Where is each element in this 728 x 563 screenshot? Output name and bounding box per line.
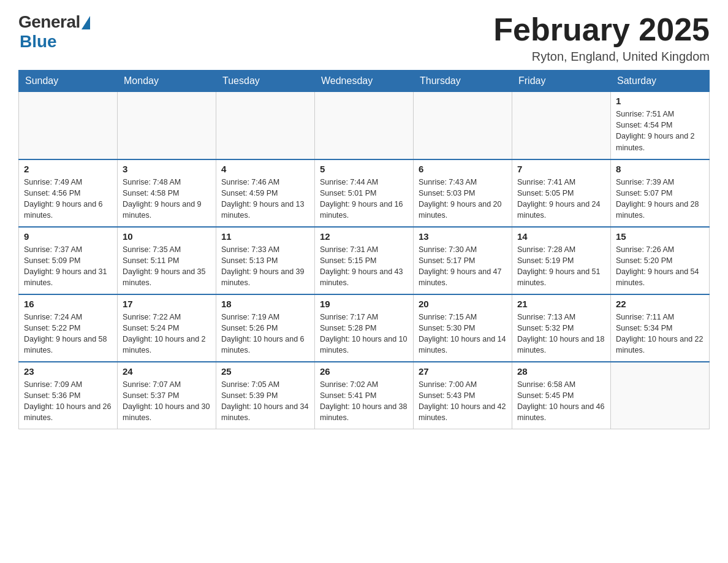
table-row: 21Sunrise: 7:13 AM Sunset: 5:32 PM Dayli…	[512, 294, 611, 362]
table-row	[611, 362, 710, 429]
day-info: Sunrise: 7:35 AM Sunset: 5:11 PM Dayligh…	[123, 244, 211, 289]
table-row: 2Sunrise: 7:49 AM Sunset: 4:56 PM Daylig…	[19, 159, 118, 227]
day-number: 12	[320, 231, 408, 242]
calendar-week-row: 9Sunrise: 7:37 AM Sunset: 5:09 PM Daylig…	[19, 227, 710, 294]
day-number: 8	[616, 164, 704, 174]
day-number: 5	[320, 164, 408, 174]
col-friday: Friday	[512, 71, 611, 92]
day-number: 1	[616, 96, 704, 106]
table-row: 1Sunrise: 7:51 AM Sunset: 4:54 PM Daylig…	[611, 92, 710, 159]
day-info: Sunrise: 7:33 AM Sunset: 5:13 PM Dayligh…	[221, 244, 309, 289]
day-number: 21	[517, 299, 605, 309]
location-text: Ryton, England, United Kingdom	[493, 50, 710, 64]
day-info: Sunrise: 7:05 AM Sunset: 5:39 PM Dayligh…	[221, 379, 309, 424]
day-info: Sunrise: 7:30 AM Sunset: 5:17 PM Dayligh…	[419, 244, 507, 289]
day-info: Sunrise: 7:24 AM Sunset: 5:22 PM Dayligh…	[24, 312, 112, 356]
day-number: 14	[517, 231, 605, 242]
day-info: Sunrise: 7:11 AM Sunset: 5:34 PM Dayligh…	[616, 312, 704, 356]
col-sunday: Sunday	[19, 71, 118, 92]
table-row	[19, 92, 118, 159]
day-info: Sunrise: 7:46 AM Sunset: 4:59 PM Dayligh…	[221, 177, 309, 221]
table-row: 28Sunrise: 6:58 AM Sunset: 5:45 PM Dayli…	[512, 362, 611, 429]
day-number: 6	[419, 164, 507, 174]
day-info: Sunrise: 7:28 AM Sunset: 5:19 PM Dayligh…	[517, 244, 605, 289]
day-info: Sunrise: 7:02 AM Sunset: 5:41 PM Dayligh…	[320, 379, 408, 424]
table-row: 8Sunrise: 7:39 AM Sunset: 5:07 PM Daylig…	[611, 159, 710, 227]
title-section: February 2025 Ryton, England, United Kin…	[493, 12, 710, 64]
table-row: 12Sunrise: 7:31 AM Sunset: 5:15 PM Dayli…	[315, 227, 414, 294]
table-row: 24Sunrise: 7:07 AM Sunset: 5:37 PM Dayli…	[118, 362, 216, 429]
table-row: 25Sunrise: 7:05 AM Sunset: 5:39 PM Dayli…	[216, 362, 315, 429]
table-row: 14Sunrise: 7:28 AM Sunset: 5:19 PM Dayli…	[512, 227, 611, 294]
col-tuesday: Tuesday	[216, 71, 315, 92]
day-info: Sunrise: 7:07 AM Sunset: 5:37 PM Dayligh…	[123, 379, 211, 424]
table-row: 10Sunrise: 7:35 AM Sunset: 5:11 PM Dayli…	[118, 227, 216, 294]
month-title: February 2025	[493, 12, 710, 47]
day-info: Sunrise: 7:00 AM Sunset: 5:43 PM Dayligh…	[419, 379, 507, 424]
day-info: Sunrise: 7:22 AM Sunset: 5:24 PM Dayligh…	[123, 312, 211, 356]
day-number: 15	[616, 231, 704, 242]
day-number: 19	[320, 299, 408, 309]
page-header: General Blue February 2025 Ryton, Englan…	[18, 12, 710, 64]
day-number: 11	[221, 231, 309, 242]
day-info: Sunrise: 7:48 AM Sunset: 4:58 PM Dayligh…	[123, 177, 211, 221]
logo: General Blue	[18, 12, 90, 52]
day-number: 9	[24, 231, 112, 242]
table-row: 20Sunrise: 7:15 AM Sunset: 5:30 PM Dayli…	[414, 294, 512, 362]
day-number: 10	[123, 231, 211, 242]
table-row	[216, 92, 315, 159]
day-info: Sunrise: 7:13 AM Sunset: 5:32 PM Dayligh…	[517, 312, 605, 356]
table-row: 17Sunrise: 7:22 AM Sunset: 5:24 PM Dayli…	[118, 294, 216, 362]
day-number: 28	[517, 366, 605, 377]
day-info: Sunrise: 7:37 AM Sunset: 5:09 PM Dayligh…	[24, 244, 112, 289]
day-number: 27	[419, 366, 507, 377]
day-info: Sunrise: 7:51 AM Sunset: 4:54 PM Dayligh…	[616, 109, 704, 153]
col-wednesday: Wednesday	[315, 71, 414, 92]
day-number: 17	[123, 299, 211, 309]
calendar-week-row: 2Sunrise: 7:49 AM Sunset: 4:56 PM Daylig…	[19, 159, 710, 227]
day-number: 13	[419, 231, 507, 242]
col-saturday: Saturday	[611, 71, 710, 92]
day-number: 4	[221, 164, 309, 174]
day-info: Sunrise: 7:39 AM Sunset: 5:07 PM Dayligh…	[616, 177, 704, 221]
day-info: Sunrise: 7:09 AM Sunset: 5:36 PM Dayligh…	[24, 379, 112, 424]
day-number: 2	[24, 164, 112, 174]
table-row: 3Sunrise: 7:48 AM Sunset: 4:58 PM Daylig…	[118, 159, 216, 227]
logo-general-text: General	[18, 12, 80, 32]
day-info: Sunrise: 7:15 AM Sunset: 5:30 PM Dayligh…	[419, 312, 507, 356]
day-number: 23	[24, 366, 112, 377]
calendar-header-row: Sunday Monday Tuesday Wednesday Thursday…	[19, 71, 710, 92]
table-row: 5Sunrise: 7:44 AM Sunset: 5:01 PM Daylig…	[315, 159, 414, 227]
table-row: 6Sunrise: 7:43 AM Sunset: 5:03 PM Daylig…	[414, 159, 512, 227]
calendar-week-row: 23Sunrise: 7:09 AM Sunset: 5:36 PM Dayli…	[19, 362, 710, 429]
table-row: 9Sunrise: 7:37 AM Sunset: 5:09 PM Daylig…	[19, 227, 118, 294]
day-info: Sunrise: 7:41 AM Sunset: 5:05 PM Dayligh…	[517, 177, 605, 221]
table-row: 23Sunrise: 7:09 AM Sunset: 5:36 PM Dayli…	[19, 362, 118, 429]
table-row: 15Sunrise: 7:26 AM Sunset: 5:20 PM Dayli…	[611, 227, 710, 294]
day-number: 20	[419, 299, 507, 309]
table-row: 11Sunrise: 7:33 AM Sunset: 5:13 PM Dayli…	[216, 227, 315, 294]
day-number: 7	[517, 164, 605, 174]
table-row: 18Sunrise: 7:19 AM Sunset: 5:26 PM Dayli…	[216, 294, 315, 362]
day-number: 18	[221, 299, 309, 309]
table-row: 7Sunrise: 7:41 AM Sunset: 5:05 PM Daylig…	[512, 159, 611, 227]
day-info: Sunrise: 7:19 AM Sunset: 5:26 PM Dayligh…	[221, 312, 309, 356]
day-number: 25	[221, 366, 309, 377]
day-number: 24	[123, 366, 211, 377]
calendar-table: Sunday Monday Tuesday Wednesday Thursday…	[18, 70, 710, 429]
table-row: 27Sunrise: 7:00 AM Sunset: 5:43 PM Dayli…	[414, 362, 512, 429]
table-row	[512, 92, 611, 159]
day-number: 16	[24, 299, 112, 309]
day-info: Sunrise: 7:26 AM Sunset: 5:20 PM Dayligh…	[616, 244, 704, 289]
day-info: Sunrise: 6:58 AM Sunset: 5:45 PM Dayligh…	[517, 379, 605, 424]
day-info: Sunrise: 7:31 AM Sunset: 5:15 PM Dayligh…	[320, 244, 408, 289]
table-row: 22Sunrise: 7:11 AM Sunset: 5:34 PM Dayli…	[611, 294, 710, 362]
table-row	[414, 92, 512, 159]
logo-blue-text: Blue	[20, 32, 57, 52]
table-row: 16Sunrise: 7:24 AM Sunset: 5:22 PM Dayli…	[19, 294, 118, 362]
table-row: 19Sunrise: 7:17 AM Sunset: 5:28 PM Dayli…	[315, 294, 414, 362]
col-thursday: Thursday	[414, 71, 512, 92]
calendar-week-row: 16Sunrise: 7:24 AM Sunset: 5:22 PM Dayli…	[19, 294, 710, 362]
calendar-week-row: 1Sunrise: 7:51 AM Sunset: 4:54 PM Daylig…	[19, 92, 710, 159]
table-row: 4Sunrise: 7:46 AM Sunset: 4:59 PM Daylig…	[216, 159, 315, 227]
